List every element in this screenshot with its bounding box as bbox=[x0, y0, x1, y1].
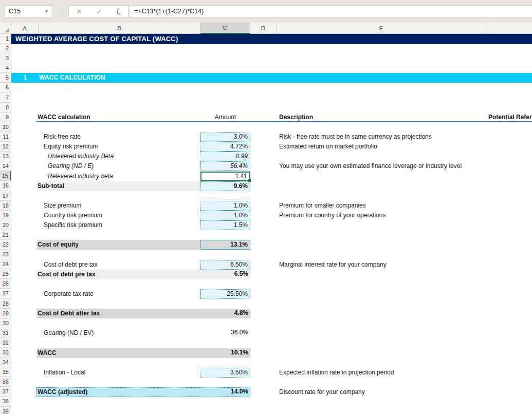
row-header[interactable]: 3 bbox=[0, 53, 11, 63]
cancel-icon[interactable]: ✕ bbox=[76, 8, 82, 15]
row-label[interactable]: Size premium bbox=[44, 201, 81, 211]
row-label[interactable]: Risk-free rate bbox=[44, 132, 81, 142]
formula-buttons: ✕ ✓ fx bbox=[68, 5, 129, 17]
header-description[interactable]: Description bbox=[279, 112, 313, 122]
row-header[interactable]: 1 bbox=[0, 34, 11, 44]
row-description[interactable]: Expected inflation rate in projection pe… bbox=[279, 368, 394, 378]
amount-cell[interactable]: 3.50% bbox=[200, 368, 250, 378]
row-label[interactable]: Inflation - Local bbox=[44, 368, 85, 378]
row-label[interactable]: Cost of equity bbox=[38, 240, 79, 250]
chevron-down-icon[interactable]: ▼ bbox=[44, 6, 49, 17]
select-all-button[interactable] bbox=[0, 23, 11, 34]
amount-cell[interactable]: 4.72% bbox=[200, 142, 250, 152]
table-row: Cost of debt pre tax 6.5% bbox=[0, 270, 532, 279]
row-header[interactable]: 7 bbox=[0, 93, 11, 103]
row-header[interactable]: 21 bbox=[0, 230, 11, 240]
amount-cell[interactable]: 9.6% bbox=[200, 181, 250, 191]
amount-cell[interactable]: 10.1% bbox=[200, 348, 250, 358]
row-header[interactable]: 34 bbox=[0, 357, 11, 367]
section-title: WACC CALCULATION bbox=[39, 73, 105, 83]
row-label[interactable]: Cost of debt pre tax bbox=[38, 270, 96, 279]
column-header-b[interactable]: B bbox=[39, 23, 200, 34]
row-label[interactable]: Equity risk premium bbox=[44, 142, 98, 152]
amount-cell[interactable]: 6.5% bbox=[200, 270, 250, 279]
row-label[interactable]: Unlevered industry Beta bbox=[48, 152, 114, 161]
row-label[interactable]: Cost of debt pre tax bbox=[44, 260, 98, 270]
row-header[interactable]: 5 bbox=[0, 73, 11, 83]
column-header-blank[interactable] bbox=[486, 23, 532, 34]
selected-cell[interactable]: 1.41 bbox=[200, 172, 250, 181]
row-header[interactable]: 32 bbox=[0, 338, 11, 348]
table-row: Unlevered industry Beta 0.99 bbox=[0, 152, 532, 161]
section-banner[interactable]: 1 WACC CALCULATION bbox=[11, 73, 532, 83]
table-row: Cost of debt pre tax 6.50% Marginal inte… bbox=[0, 260, 532, 270]
amount-cell[interactable]: 6.50% bbox=[200, 260, 250, 270]
row-header[interactable]: 28 bbox=[0, 299, 11, 309]
insert-function-icon[interactable]: fx bbox=[117, 7, 121, 16]
amount-cell[interactable]: 25.50% bbox=[200, 289, 250, 299]
row-label[interactable]: Gearing (ND / E) bbox=[48, 161, 94, 171]
header-calculation[interactable]: WACC calculation bbox=[38, 112, 90, 122]
row-header[interactable]: 10 bbox=[0, 122, 11, 132]
row-header[interactable]: 6 bbox=[0, 83, 11, 92]
row-header[interactable]: 39 bbox=[0, 407, 11, 414]
row-header[interactable]: 8 bbox=[0, 103, 11, 112]
row-label[interactable]: Gearing (ND / EV) bbox=[44, 328, 94, 338]
row-label[interactable]: Cost of Debt after tax bbox=[38, 309, 100, 318]
excel-window: C15 ▼ ⋮ ✕ ✓ fx =+C13*(1+(1-C27)*C14) A B… bbox=[0, 0, 532, 414]
row-description[interactable]: Marginal interest rate for your company bbox=[279, 260, 387, 270]
row-description[interactable]: Premium for smaller companies bbox=[279, 201, 366, 211]
sheet-title-banner[interactable]: WEIGHTED AVERAGE COST OF CAPITAL (WACC) bbox=[11, 34, 532, 44]
amount-cell[interactable]: 3.0% bbox=[200, 132, 250, 142]
row-header[interactable]: 2 bbox=[0, 44, 11, 53]
row-description[interactable]: Premium for country of your operations bbox=[279, 211, 386, 220]
row-label[interactable]: WACC bbox=[38, 348, 57, 358]
amount-cell[interactable]: 1.0% bbox=[200, 201, 250, 211]
column-header-row: A B C D E bbox=[0, 23, 532, 34]
row-description[interactable]: Discount rate for your company bbox=[279, 387, 365, 397]
table-row: Size premium 1.0% Premium for smaller co… bbox=[0, 201, 532, 211]
row-label[interactable]: WACC (adjusted) bbox=[38, 387, 87, 397]
amount-cell[interactable]: 56.4% bbox=[200, 161, 250, 171]
row-description[interactable]: Risk - free rate must be in same currenc… bbox=[279, 132, 432, 142]
row-header[interactable]: 30 bbox=[0, 318, 11, 328]
amount-cell[interactable]: 1.5% bbox=[200, 220, 250, 230]
amount-cell[interactable]: 13.1% bbox=[200, 240, 250, 250]
enter-icon[interactable]: ✓ bbox=[97, 8, 102, 15]
row-description[interactable]: Estimated return on market portfolio bbox=[279, 142, 377, 152]
header-reference[interactable]: Potential Refer bbox=[488, 112, 532, 122]
table-row: Gearing (ND / EV) 36.0% bbox=[0, 328, 532, 338]
row-label[interactable]: Specific risk premium bbox=[44, 220, 102, 230]
column-header-e[interactable]: E bbox=[277, 23, 486, 34]
row-label[interactable]: Country risk premium bbox=[44, 211, 102, 220]
header-amount[interactable]: Amount bbox=[200, 112, 250, 122]
amount-cell[interactable]: 36.0% bbox=[200, 328, 250, 338]
row-header[interactable]: 36 bbox=[0, 377, 11, 387]
table-row: Country risk premium 1.0% Premium for co… bbox=[0, 211, 532, 220]
row-header[interactable]: 17 bbox=[0, 191, 11, 201]
table-header-row: WACC calculation Amount Description Pote… bbox=[0, 112, 532, 122]
table-row: WACC (adjusted) 14.0% Discount rate for … bbox=[0, 387, 532, 397]
row-header[interactable]: 23 bbox=[0, 250, 11, 259]
row-label[interactable]: Sub-total bbox=[38, 181, 64, 191]
amount-cell[interactable]: 1.0% bbox=[200, 211, 250, 220]
row-description[interactable]: You may use your own estimated finance l… bbox=[279, 161, 462, 171]
formula-input[interactable]: =+C13*(1+(1-C27)*C14) bbox=[129, 5, 532, 17]
table-row: Sub-total 9.6% bbox=[0, 181, 532, 191]
column-header-c-selected[interactable]: C bbox=[200, 23, 250, 34]
table-row: Equity risk premium 4.72% Estimated retu… bbox=[0, 142, 532, 152]
row-label[interactable]: Corporate tax rate bbox=[44, 289, 94, 299]
amount-cell[interactable]: 14.0% bbox=[200, 387, 250, 397]
row-header[interactable]: 38 bbox=[0, 397, 11, 406]
name-box[interactable]: C15 ▼ bbox=[4, 5, 53, 17]
table-row: Relevered industry beta 1.41 bbox=[0, 172, 532, 181]
table-row: Inflation - Local 3.50% Expected inflati… bbox=[0, 368, 532, 378]
row-label[interactable]: Relevered industry beta bbox=[48, 172, 113, 181]
amount-cell[interactable]: 4.8% bbox=[200, 309, 250, 318]
column-header-d[interactable]: D bbox=[250, 23, 277, 34]
row-header[interactable]: 4 bbox=[0, 63, 11, 73]
column-header-a[interactable]: A bbox=[11, 23, 39, 34]
row-header[interactable]: 26 bbox=[0, 279, 11, 289]
section-number: 1 bbox=[11, 73, 39, 83]
amount-cell[interactable]: 0.99 bbox=[200, 152, 250, 161]
